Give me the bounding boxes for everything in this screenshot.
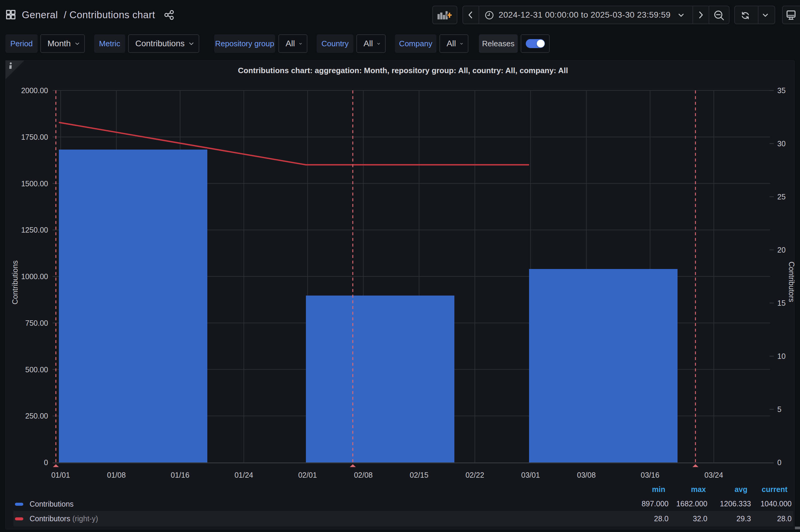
svg-text:Contributors: Contributors (787, 262, 796, 302)
svg-text:15: 15 (777, 299, 786, 307)
svg-text:02/22: 02/22 (465, 471, 484, 479)
svg-text:35: 35 (777, 86, 786, 95)
svg-text:01/16: 01/16 (171, 471, 190, 479)
svg-text:5: 5 (777, 405, 781, 414)
svg-text:03/24: 03/24 (704, 471, 723, 479)
svg-text:03/08: 03/08 (577, 471, 596, 479)
svg-text:01/24: 01/24 (235, 471, 253, 479)
svg-text:500.00: 500.00 (25, 365, 48, 374)
svg-text:750.00: 750.00 (25, 319, 48, 327)
svg-text:02/08: 02/08 (354, 471, 373, 479)
svg-text:1500.00: 1500.00 (21, 179, 48, 188)
svg-text:01/01: 01/01 (51, 471, 70, 479)
svg-text:1250.00: 1250.00 (21, 226, 48, 234)
svg-text:20: 20 (777, 246, 786, 254)
svg-text:Contributions: Contributions (11, 260, 19, 304)
svg-text:01/08: 01/08 (107, 471, 126, 479)
svg-text:2000.00: 2000.00 (21, 86, 48, 95)
svg-text:250.00: 250.00 (25, 412, 48, 420)
svg-text:1000.00: 1000.00 (21, 272, 48, 281)
svg-text:03/01: 03/01 (521, 471, 540, 479)
svg-text:03/16: 03/16 (641, 471, 659, 479)
svg-text:02/15: 02/15 (410, 471, 429, 479)
svg-text:02/01: 02/01 (298, 471, 317, 479)
svg-text:1750.00: 1750.00 (21, 133, 48, 141)
svg-text:30: 30 (777, 139, 786, 148)
svg-text:0: 0 (44, 458, 48, 467)
svg-text:0: 0 (777, 458, 781, 467)
svg-text:25: 25 (777, 193, 786, 201)
svg-text:10: 10 (777, 352, 786, 360)
